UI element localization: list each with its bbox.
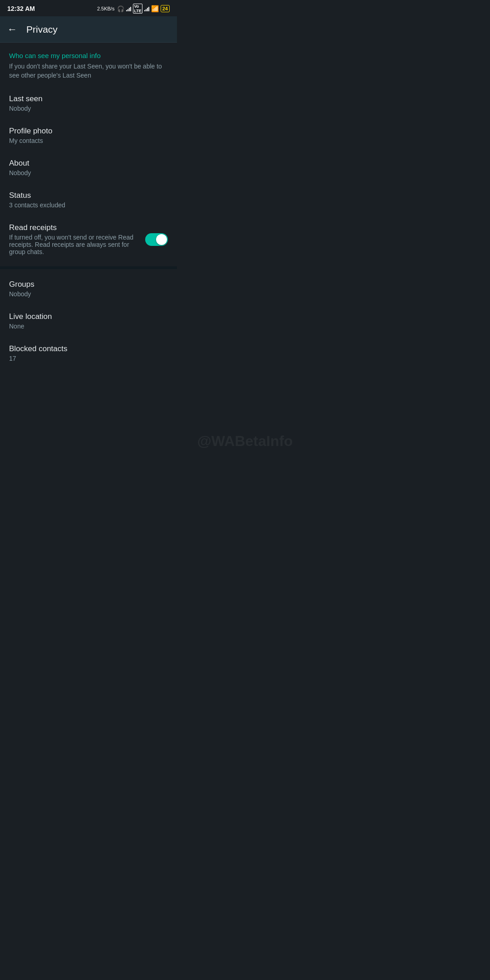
read-receipts-toggle-container [145,233,168,246]
groups-item[interactable]: Groups Nobody [0,273,177,305]
network-speed: 2.5KB/s [97,6,115,11]
section-heading-personal-info: Who can see my personal info [0,43,177,62]
personal-info-section: Who can see my personal info If you don'… [0,43,177,263]
about-subtitle: Nobody [9,169,168,176]
status-bar: 12:32 AM 2.5KB/s 🎧 VoLTE 📶 24 [0,0,177,16]
signal-bars-icon [126,6,131,11]
section-divider [0,266,177,269]
signal-bars-2-icon [144,6,149,11]
read-receipts-title: Read receipts [9,223,138,232]
status-subtitle: 3 contacts excluded [9,201,168,209]
blocked-contacts-item[interactable]: Blocked contacts 17 [0,337,177,369]
page-title: Privacy [26,24,58,35]
blocked-contacts-subtitle: 17 [9,355,168,362]
wifi-icon: 📶 [151,5,159,12]
groups-title: Groups [9,280,168,289]
headphone-icon: 🎧 [117,5,124,12]
live-location-title: Live location [9,312,168,321]
privacy-section-2: Groups Nobody Live location None Blocked… [0,273,177,369]
profile-photo-subtitle: My contacts [9,137,168,144]
about-title: About [9,159,168,168]
status-title: Status [9,191,168,200]
read-receipts-item[interactable]: Read receipts If turned off, you won't s… [0,216,177,263]
volte-icon: VoLTE [133,4,142,14]
status-icons: 2.5KB/s 🎧 VoLTE 📶 24 [97,4,170,14]
back-button[interactable]: ← [7,24,17,35]
profile-photo-item[interactable]: Profile photo My contacts [0,119,177,152]
about-item[interactable]: About Nobody [0,152,177,184]
section-description-personal-info: If you don't share your Last Seen, you w… [0,62,177,87]
content: Who can see my personal info If you don'… [0,43,177,369]
status-time: 12:32 AM [7,5,35,12]
last-seen-subtitle: Nobody [9,105,168,112]
read-receipts-content: Read receipts If turned off, you won't s… [9,223,145,255]
groups-subtitle: Nobody [9,290,168,298]
live-location-item[interactable]: Live location None [0,305,177,337]
live-location-subtitle: None [9,323,168,330]
read-receipts-toggle[interactable] [145,233,168,246]
header: ← Privacy [0,16,177,43]
status-item[interactable]: Status 3 contacts excluded [0,184,177,216]
last-seen-item[interactable]: Last seen Nobody [0,87,177,119]
battery-icon: 24 [161,5,170,12]
read-receipts-description: If turned off, you won't send or receive… [9,234,138,255]
blocked-contacts-title: Blocked contacts [9,344,168,353]
profile-photo-title: Profile photo [9,127,168,136]
toggle-knob [156,234,167,245]
last-seen-title: Last seen [9,94,168,103]
